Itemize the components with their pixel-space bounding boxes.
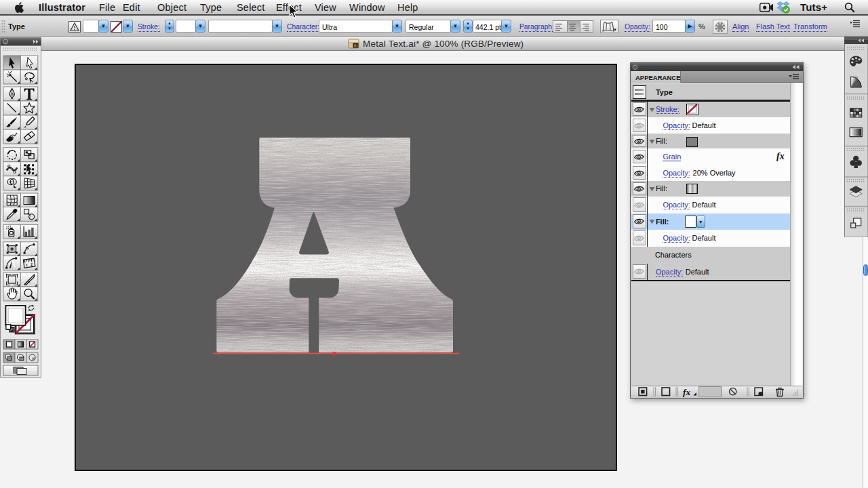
svg-text:Ai: Ai [354,43,358,47]
